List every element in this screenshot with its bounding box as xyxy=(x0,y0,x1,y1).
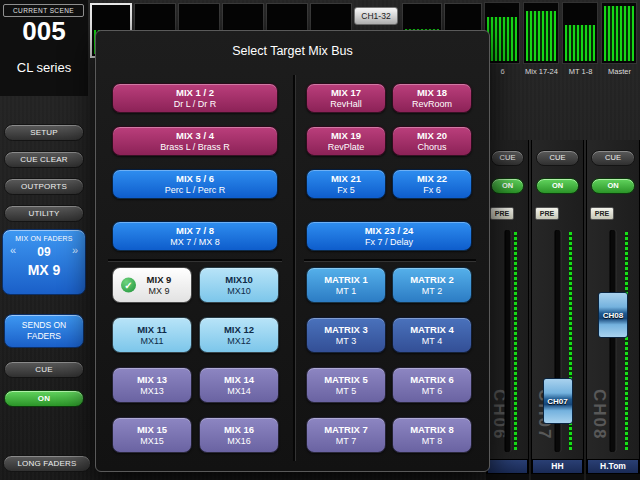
cue-clear-button[interactable]: CUE CLEAR xyxy=(4,151,84,168)
channel-name: HH xyxy=(532,459,583,474)
mix-18-button[interactable]: MIX 18 RevRoom xyxy=(392,83,472,113)
matrix-6-button[interactable]: MATRIX 6 MT 6 xyxy=(392,367,472,403)
channel-strip-ch06: CUE ON PRE CH06 xyxy=(486,140,529,480)
cue-button-sidebar[interactable]: CUE xyxy=(4,361,84,378)
mix-16-button[interactable]: MIX 16 MX16 xyxy=(199,417,279,453)
button-title: MIX 11 xyxy=(113,325,191,335)
button-subtitle: MX13 xyxy=(113,386,191,396)
mix-14-button[interactable]: MIX 14 MX14 xyxy=(199,367,279,403)
mix-1-2-button[interactable]: MIX 1 / 2 Dr L / Dr R xyxy=(112,83,278,113)
setup-button[interactable]: SETUP xyxy=(4,124,84,141)
button-title: MIX 18 xyxy=(393,88,471,98)
meter-bars xyxy=(526,11,556,61)
meter-group-mt-1-8[interactable]: MT 1-8 xyxy=(562,2,599,80)
mix-on-faders-selector[interactable]: MIX ON FADERS « 09 » MX 9 xyxy=(2,229,86,295)
button-subtitle: MT 6 xyxy=(393,386,471,396)
mix-20-button[interactable]: MIX 20 Chorus xyxy=(392,126,472,156)
meter-box xyxy=(562,2,598,64)
meter-box xyxy=(601,2,637,64)
mix-19-button[interactable]: MIX 19 RevPlate xyxy=(306,126,386,156)
mix-number: 09 xyxy=(37,245,50,259)
button-title: MIX 1 / 2 xyxy=(113,88,277,98)
mix-10-button[interactable]: MIX10 MX10 xyxy=(199,267,279,303)
utility-button[interactable]: UTILITY xyxy=(4,205,84,222)
matrix-8-button[interactable]: MATRIX 8 MT 8 xyxy=(392,417,472,453)
mix-15-button[interactable]: MIX 15 MX15 xyxy=(112,417,192,453)
mix-17-button[interactable]: MIX 17 RevHall xyxy=(306,83,386,113)
channel-number-watermark: CH08 xyxy=(589,389,609,440)
section-divider-left xyxy=(108,259,282,261)
channel-bank-button[interactable]: CH1-32 xyxy=(354,7,398,25)
strip-on-button[interactable]: ON xyxy=(591,178,635,194)
button-title: MIX 23 / 24 xyxy=(307,226,471,236)
meter-group-label: Master xyxy=(601,67,638,76)
button-title: MIX 16 xyxy=(200,425,278,435)
matrix-3-button[interactable]: MATRIX 3 MT 3 xyxy=(306,317,386,353)
mix-11-button[interactable]: MIX 11 MX11 xyxy=(112,317,192,353)
pre-indicator[interactable]: PRE xyxy=(490,207,514,220)
button-subtitle: MT 3 xyxy=(307,336,385,346)
meter-box xyxy=(523,2,559,64)
mix-7-8-button[interactable]: MIX 7 / 8 MX 7 / MX 8 xyxy=(112,221,278,251)
mix-3-4-button[interactable]: MIX 3 / 4 Brass L / Brass R xyxy=(112,126,278,156)
long-faders-button[interactable]: LONG FADERS xyxy=(3,455,91,472)
button-title: MIX 17 xyxy=(307,88,385,98)
button-subtitle: MT 7 xyxy=(307,436,385,446)
button-title: MATRIX 5 xyxy=(307,375,385,385)
meter-group-mix-17-24[interactable]: Mix 17-24 xyxy=(523,2,560,80)
button-title: MIX 9 xyxy=(127,275,191,285)
button-subtitle: Fx 6 xyxy=(393,185,471,195)
strip-on-button[interactable]: ON xyxy=(491,178,524,194)
strip-on-button[interactable]: ON xyxy=(536,178,579,194)
mix-9-button-selected[interactable]: ✓ MIX 9 MX 9 xyxy=(112,267,192,303)
meter-group-label: Mix 17-24 xyxy=(523,67,560,76)
fader-knob-ch08[interactable]: CH08 xyxy=(598,292,628,338)
mix-22-button[interactable]: MIX 22 Fx 6 xyxy=(392,169,472,199)
prev-mix-arrow-icon[interactable]: « xyxy=(10,244,16,256)
button-title: MATRIX 2 xyxy=(393,275,471,285)
strip-cue-button[interactable]: CUE xyxy=(591,150,635,166)
button-title: MIX 5 / 6 xyxy=(113,174,277,184)
channel-name: H.Tom xyxy=(587,459,639,474)
next-mix-arrow-icon[interactable]: » xyxy=(72,244,78,256)
matrix-7-button[interactable]: MATRIX 7 MT 7 xyxy=(306,417,386,453)
button-subtitle: MX14 xyxy=(200,386,278,396)
current-scene-panel: CURRENT SCENE 005 CL series xyxy=(0,0,88,96)
dialog-title: Select Target Mix Bus xyxy=(96,44,489,58)
matrix-4-button[interactable]: MATRIX 4 MT 4 xyxy=(392,317,472,353)
meter-group-master[interactable]: Master xyxy=(601,2,638,80)
pre-indicator[interactable]: PRE xyxy=(590,207,614,220)
button-subtitle: MT 8 xyxy=(393,436,471,446)
button-subtitle: Fx 5 xyxy=(307,185,385,195)
pre-indicator[interactable]: PRE xyxy=(535,207,559,220)
fader-knob-ch07[interactable]: CH07 xyxy=(543,378,573,424)
strip-footer xyxy=(486,474,529,480)
button-subtitle: MX 9 xyxy=(127,286,191,296)
button-subtitle: RevRoom xyxy=(393,99,471,109)
mix-12-button[interactable]: MIX 12 MX12 xyxy=(199,317,279,353)
mix-5-6-button[interactable]: MIX 5 / 6 Perc L / Perc R xyxy=(112,169,278,199)
mix-number-row: « 09 » xyxy=(3,245,85,259)
mix-23-24-button[interactable]: MIX 23 / 24 Fx 7 / Delay xyxy=(306,221,472,251)
fader-knob-label: CH08 xyxy=(599,311,627,320)
meter-bars xyxy=(487,17,517,61)
matrix-2-button[interactable]: MATRIX 2 MT 2 xyxy=(392,267,472,303)
check-icon: ✓ xyxy=(121,278,136,293)
matrix-1-button[interactable]: MATRIX 1 MT 1 xyxy=(306,267,386,303)
outports-button[interactable]: OUTPORTS xyxy=(4,178,84,195)
button-title: MIX 15 xyxy=(113,425,191,435)
strip-cue-button[interactable]: CUE xyxy=(491,150,524,166)
mix-21-button[interactable]: MIX 21 Fx 5 xyxy=(306,169,386,199)
button-subtitle: Fx 7 / Delay xyxy=(307,237,471,247)
strip-cue-button[interactable]: CUE xyxy=(536,150,579,166)
on-button-sidebar[interactable]: ON xyxy=(4,390,84,407)
fader-track xyxy=(505,230,510,452)
button-title: MIX 7 / 8 xyxy=(113,226,277,236)
console-series-label: CL series xyxy=(0,60,88,75)
button-title: MIX 21 xyxy=(307,174,385,184)
scene-number: 005 xyxy=(0,16,88,47)
matrix-5-button[interactable]: MATRIX 5 MT 5 xyxy=(306,367,386,403)
mix-13-button[interactable]: MIX 13 MX13 xyxy=(112,367,192,403)
button-title: MATRIX 4 xyxy=(393,325,471,335)
sends-on-faders-button[interactable]: SENDS ON FADERS xyxy=(4,314,84,348)
